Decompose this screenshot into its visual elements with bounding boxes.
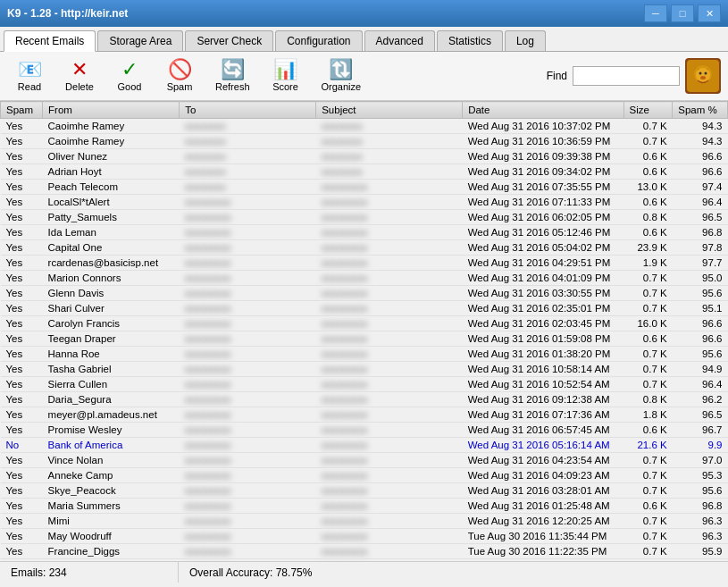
delete-label: Delete: [65, 81, 94, 92]
table-row[interactable]: YesPatty_SamuelsxxxxxxxxxxxxxxxxxxWed Au…: [1, 210, 728, 225]
table-row[interactable]: YesGlenn DavisxxxxxxxxxxxxxxxxxxWed Aug …: [1, 286, 728, 301]
spam-label: Spam: [167, 81, 193, 92]
table-row[interactable]: YesMimixxxxxxxxxxxxxxxxxxWed Aug 31 2016…: [1, 514, 728, 529]
table-row[interactable]: YesH00kup PhotosxxxxxxxxxxxxxxxxxxTue Au…: [1, 559, 728, 562]
score-label: Score: [272, 81, 298, 92]
organize-label: Organize: [322, 81, 362, 92]
table-row[interactable]: YesDaria_SeguraxxxxxxxxxxxxxxxxxxWed Aug…: [1, 392, 728, 407]
close-button[interactable]: ✕: [698, 4, 721, 22]
spam-button[interactable]: 🚫 Spam: [157, 55, 202, 96]
status-bar: Emails: 234 Overall Accuracy: 78.75%: [0, 561, 728, 583]
table-row[interactable]: YesPromise WesleyxxxxxxxxxxxxxxxxxxWed A…: [1, 423, 728, 438]
delete-icon: ✕: [71, 60, 88, 80]
svg-point-6: [705, 72, 707, 75]
table-row[interactable]: YesFrancine_DiggsxxxxxxxxxxxxxxxxxxTue A…: [1, 544, 728, 559]
table-row[interactable]: YesMarion ConnorsxxxxxxxxxxxxxxxxxxWed A…: [1, 271, 728, 286]
table-row[interactable]: YesAnneke CampxxxxxxxxxxxxxxxxxxWed Aug …: [1, 468, 728, 483]
accuracy-text: Overall Accuracy: 78.75%: [189, 566, 312, 579]
col-date[interactable]: Date: [463, 102, 623, 119]
accuracy-status: Overall Accuracy: 78.75%: [179, 562, 322, 583]
table-row[interactable]: Yesrcardenas@basicisp.netxxxxxxxxxxxxxxx…: [1, 256, 728, 271]
spam-icon: 🚫: [168, 60, 192, 80]
table-row[interactable]: YesIda LemanxxxxxxxxxxxxxxxxxxWed Aug 31…: [1, 225, 728, 240]
good-button[interactable]: ✓ Good: [107, 55, 152, 96]
toolbar: 📧 Read ✕ Delete ✓ Good 🚫 Spam 🔄 Refresh …: [0, 52, 728, 101]
col-subject[interactable]: Subject: [316, 102, 463, 119]
table-row[interactable]: YesOliver NunezxxxxxxxxxxxxxxxxWed Aug 3…: [1, 149, 728, 164]
window-controls: ─ □ ✕: [644, 4, 721, 22]
table-row[interactable]: Yesmeyer@pl.amadeus.netxxxxxxxxxxxxxxxxx…: [1, 407, 728, 423]
tab-configuration[interactable]: Configuration: [275, 30, 362, 51]
table-row[interactable]: YesHanna RoexxxxxxxxxxxxxxxxxxWed Aug 31…: [1, 347, 728, 362]
table-row[interactable]: YesTasha GabrielxxxxxxxxxxxxxxxxxxWed Au…: [1, 362, 728, 377]
col-from[interactable]: From: [43, 102, 180, 119]
email-table-container[interactable]: Spam From To Subject Date Size Spam % Ye…: [0, 101, 728, 561]
col-to[interactable]: To: [180, 102, 316, 119]
table-row[interactable]: YesVince NolanxxxxxxxxxxxxxxxxxxWed Aug …: [1, 453, 728, 468]
table-row[interactable]: NoBank of AmericaxxxxxxxxxxxxxxxxxxWed A…: [1, 438, 728, 453]
find-label: Find: [547, 70, 567, 82]
refresh-label: Refresh: [215, 81, 250, 92]
organize-icon: 🔃: [329, 60, 353, 80]
refresh-button[interactable]: 🔄 Refresh: [207, 55, 258, 96]
tab-storage-area[interactable]: Storage Area: [97, 30, 183, 51]
read-label: Read: [18, 81, 41, 92]
refresh-icon: 🔄: [221, 60, 245, 80]
table-header-row: Spam From To Subject Date Size Spam %: [1, 102, 728, 119]
table-row[interactable]: YesCapital OnexxxxxxxxxxxxxxxxxxWed Aug …: [1, 240, 728, 256]
tab-recent-emails[interactable]: Recent Emails: [4, 30, 96, 52]
table-row[interactable]: YesShari CulverxxxxxxxxxxxxxxxxxxWed Aug…: [1, 301, 728, 316]
table-row[interactable]: YesCaoimhe RameyxxxxxxxxxxxxxxxxWed Aug …: [1, 119, 728, 134]
table-row[interactable]: YesAdrian HoytxxxxxxxxxxxxxxxxWed Aug 31…: [1, 164, 728, 180]
table-row[interactable]: YesCaoimhe RameyxxxxxxxxxxxxxxxxWed Aug …: [1, 134, 728, 149]
title-bar: K9 - 1.28 - http://keir.net ─ □ ✕: [0, 0, 728, 27]
table-row[interactable]: YesPeach TelecomxxxxxxxxxxxxxxxxxWed Aug…: [1, 180, 728, 195]
read-button[interactable]: 📧 Read: [7, 55, 52, 96]
delete-button[interactable]: ✕ Delete: [57, 55, 102, 96]
organize-button[interactable]: 🔃 Organize: [314, 55, 370, 96]
col-size[interactable]: Size: [623, 102, 673, 119]
table-row[interactable]: YesMay WoodruffxxxxxxxxxxxxxxxxxxTue Aug…: [1, 529, 728, 544]
table-row[interactable]: YesSierra CullenxxxxxxxxxxxxxxxxxxWed Au…: [1, 377, 728, 392]
svg-point-7: [700, 76, 706, 80]
find-area: Find: [547, 66, 680, 86]
score-button[interactable]: 📊 Score: [264, 55, 308, 96]
col-spam[interactable]: Spam: [1, 102, 43, 119]
tab-log[interactable]: Log: [505, 30, 546, 51]
table-row[interactable]: YesMaria SummersxxxxxxxxxxxxxxxxxxWed Au…: [1, 499, 728, 514]
good-icon: ✓: [121, 60, 138, 80]
svg-point-5: [699, 72, 702, 75]
email-count-status: Emails: 234: [0, 562, 179, 583]
table-row[interactable]: YesCarolyn FrancisxxxxxxxxxxxxxxxxxxWed …: [1, 316, 728, 331]
read-icon: 📧: [18, 60, 42, 80]
tab-statistics[interactable]: Statistics: [437, 30, 503, 51]
maximize-button[interactable]: □: [671, 4, 694, 22]
tab-advanced[interactable]: Advanced: [364, 30, 435, 51]
score-icon: 📊: [273, 60, 297, 80]
col-spam-pct[interactable]: Spam %: [673, 102, 728, 119]
main-content: Spam From To Subject Date Size Spam % Ye…: [0, 101, 728, 561]
table-row[interactable]: YesTeegan DraperxxxxxxxxxxxxxxxxxxWed Au…: [1, 331, 728, 347]
minimize-button[interactable]: ─: [644, 4, 667, 22]
window-title: K9 - 1.28 - http://keir.net: [7, 7, 128, 20]
find-input[interactable]: [573, 66, 680, 86]
dog-logo: [685, 58, 721, 94]
tab-server-check[interactable]: Server Check: [185, 30, 273, 51]
table-row[interactable]: YesLocalSl*tAlertxxxxxxxxxxxxxxxxxxWed A…: [1, 195, 728, 210]
email-count-text: Emails: 234: [11, 566, 67, 579]
tab-bar: Recent Emails Storage Area Server Check …: [0, 27, 728, 52]
table-row[interactable]: YesSkye_PeacockxxxxxxxxxxxxxxxxxxWed Aug…: [1, 483, 728, 499]
good-label: Good: [118, 81, 142, 92]
email-table: Spam From To Subject Date Size Spam % Ye…: [0, 101, 728, 561]
